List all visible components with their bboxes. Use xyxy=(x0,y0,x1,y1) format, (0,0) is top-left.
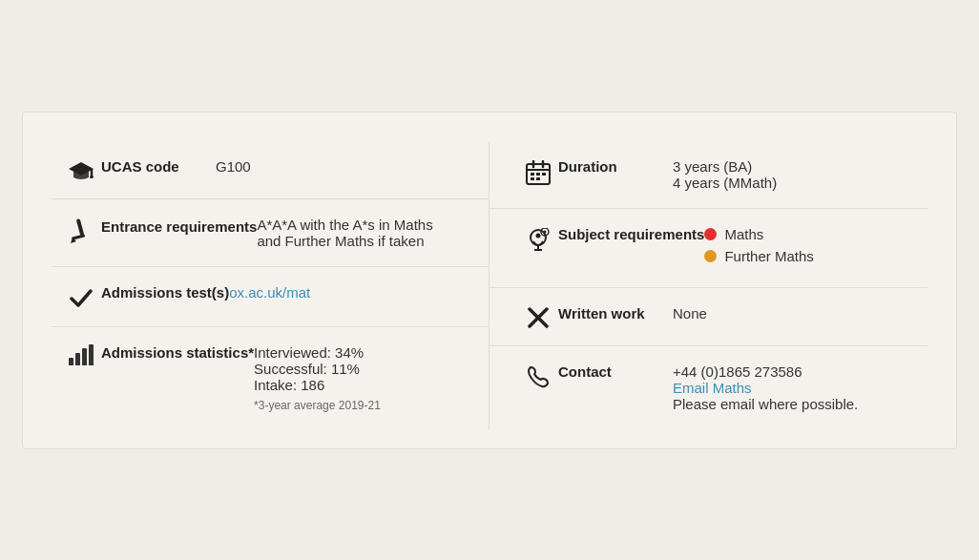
entrance-row: Entrance requirements A*A*A with the A*s… xyxy=(52,199,490,267)
admissions-stats-label: Admissions statistics* xyxy=(101,344,254,361)
ucas-value: G100 xyxy=(216,158,460,175)
entrance-value: A*A*A with the A*s in Maths and Further … xyxy=(257,217,460,249)
written-work-row: Written work None xyxy=(490,288,927,346)
contact-note: Please email where possible. xyxy=(673,396,918,412)
duration-row: Duration 3 years (BA) 4 years (MMath) xyxy=(490,141,927,209)
duration-ba: 3 years (BA) xyxy=(673,158,918,175)
contact-phone: +44 (0)1865 273586 xyxy=(673,363,918,380)
admissions-test-row: Admissions test(s) ox.ac.uk/mat xyxy=(52,267,490,327)
ucas-row: UCAS code G100 xyxy=(52,141,490,199)
admissions-test-link[interactable]: ox.ac.uk/mat xyxy=(229,284,310,301)
subject-maths: Maths xyxy=(704,226,918,242)
dot-orange xyxy=(704,250,717,262)
svg-point-20 xyxy=(544,230,547,233)
ucas-label: UCAS code xyxy=(101,158,216,175)
stats-note: *3-year average 2019-21 xyxy=(254,399,460,412)
written-work-label: Written work xyxy=(558,305,673,321)
subject-icon xyxy=(518,226,558,253)
admissions-stats-row: Admissions statistics* Interviewed: 34% … xyxy=(52,327,490,429)
svg-rect-11 xyxy=(536,173,540,176)
subject-row: Subject requirements Maths Further Maths xyxy=(490,209,927,288)
bar-chart-icon xyxy=(61,344,101,365)
stats-intake: Intake: 186 xyxy=(254,377,460,393)
subject-content: Subject requirements Maths Further Maths xyxy=(558,226,918,270)
info-grid: UCAS code G100 Entrance requirements xyxy=(52,141,927,429)
stats-interviewed: Interviewed: 34% xyxy=(254,344,460,361)
svg-rect-13 xyxy=(531,177,534,180)
calendar-icon xyxy=(518,158,558,185)
duration-mmath: 4 years (MMath) xyxy=(673,175,918,191)
admissions-stats-content: Admissions statistics* Interviewed: 34% … xyxy=(101,344,460,412)
contact-email-link[interactable]: Email Maths xyxy=(673,380,752,396)
right-column: Duration 3 years (BA) 4 years (MMath) xyxy=(490,141,927,429)
svg-point-2 xyxy=(90,176,94,178)
svg-rect-10 xyxy=(531,173,534,176)
written-work-value: None xyxy=(673,305,918,321)
admissions-test-label: Admissions test(s) xyxy=(101,284,229,301)
info-card: UCAS code G100 Entrance requirements xyxy=(22,112,957,449)
contact-values: +44 (0)1865 273586 Email Maths Please em… xyxy=(673,363,918,412)
contact-row: Contact +44 (0)1865 273586 Email Maths P… xyxy=(490,346,927,429)
written-work-content: Written work None xyxy=(558,305,918,321)
contact-content: Contact +44 (0)1865 273586 Email Maths P… xyxy=(558,363,918,412)
duration-content: Duration 3 years (BA) 4 years (MMath) xyxy=(558,158,918,191)
left-column: UCAS code G100 Entrance requirements xyxy=(52,141,490,429)
svg-rect-14 xyxy=(536,177,540,180)
duration-values: 3 years (BA) 4 years (MMath) xyxy=(673,158,918,191)
cross-icon xyxy=(518,305,558,328)
contact-email-wrap: Email Maths xyxy=(673,380,918,396)
svg-rect-12 xyxy=(542,173,546,176)
duration-label: Duration xyxy=(558,158,673,175)
admissions-test-content: Admissions test(s) ox.ac.uk/mat xyxy=(101,284,460,301)
entrance-content: Entrance requirements A*A*A with the A*s… xyxy=(101,217,460,249)
ucas-icon xyxy=(61,158,101,181)
stats-successful: Successful: 11% xyxy=(254,361,460,377)
ucas-content: UCAS code G100 xyxy=(101,158,460,175)
subject-label: Subject requirements xyxy=(558,226,704,242)
checkmark-icon xyxy=(61,284,101,309)
subject-values: Maths Further Maths xyxy=(704,226,918,270)
subject-further-maths: Further Maths xyxy=(704,248,918,264)
dot-red xyxy=(704,228,717,240)
admissions-stats-values: Interviewed: 34% Successful: 11% Intake:… xyxy=(254,344,460,412)
entrance-label: Entrance requirements xyxy=(101,217,257,237)
contact-label: Contact xyxy=(558,363,673,380)
svg-rect-3 xyxy=(76,218,85,236)
svg-point-16 xyxy=(536,233,541,238)
entrance-icon xyxy=(61,217,101,243)
admissions-test-value: ox.ac.uk/mat xyxy=(229,284,460,301)
phone-icon xyxy=(518,363,558,388)
